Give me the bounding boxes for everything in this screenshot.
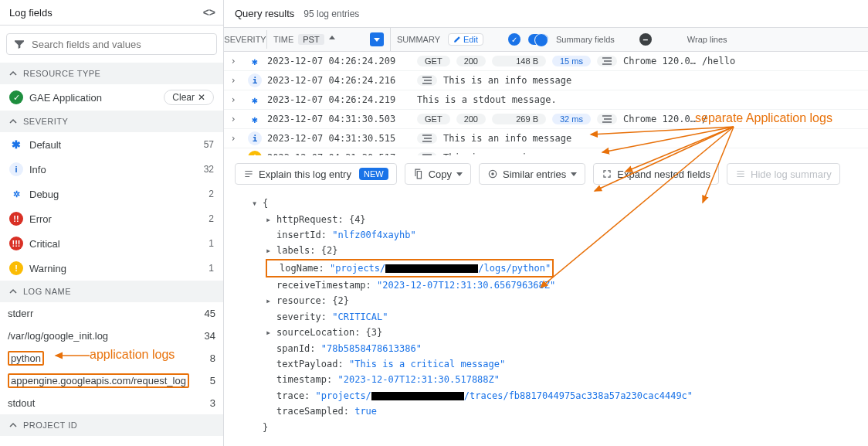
json-sourceLocation[interactable]: sourceLocation: {3} [276, 327, 382, 338]
json-traceSampled[interactable]: true [354, 406, 377, 417]
timestamp: 2023-12-07 04:31:30.515 [267, 129, 414, 148]
severity-row-debug[interactable]: ✲Debug2 [0, 182, 223, 206]
col-severity[interactable]: SEVERITY [224, 30, 267, 49]
latency-pill: 32 ms [552, 114, 591, 124]
redacted [385, 264, 478, 273]
logname-row[interactable]: appengine.googleapis.com/request_log5 [0, 369, 223, 392]
severity-count: 2 [209, 213, 214, 224]
severity-row-error[interactable]: !!Error2 [0, 206, 223, 231]
logname-row[interactable]: stdout3 [0, 392, 223, 414]
sort-up-icon[interactable] [329, 36, 335, 43]
log-row[interactable]: ›✱2023-12-07 04:26:24.209GET 200 148 B 1… [224, 52, 868, 71]
size-pill: 148 B [492, 56, 546, 66]
log-row[interactable]: ›✱2023-12-07 04:26:24.219This is a stdou… [224, 90, 868, 110]
edit-button[interactable]: Edit [448, 33, 483, 46]
expand-icon[interactable]: › [230, 133, 236, 144]
target-icon [487, 169, 498, 179]
json-labels[interactable]: labels: {2} [276, 245, 337, 256]
expand-icon[interactable]: › [230, 114, 236, 124]
sidebar-title: Log fields [9, 7, 53, 19]
json-timestamp[interactable]: "2023-12-07T12:31:30.517888Z" [337, 374, 500, 385]
search-input-wrapper[interactable] [6, 33, 217, 55]
severity-icon: ✱ [248, 112, 262, 126]
lines-icon [417, 75, 437, 86]
resource-type-chip-row: ✓ GAE Application Clear ✕ [0, 84, 223, 111]
json-insertId[interactable]: "nlfz00f4xayhb" [332, 230, 415, 240]
clear-button[interactable]: Clear ✕ [164, 90, 214, 105]
json-trace[interactable]: /traces/fb8817044975ac338a57a230cac4449c… [464, 390, 693, 401]
summary-fields-toggle[interactable] [528, 34, 548, 45]
severity-count: 1 [209, 263, 214, 274]
copy-icon [413, 169, 424, 179]
column-headers: SEVERITY TIME PST SUMMARY Edit ✓ Summary… [224, 28, 868, 52]
section-log-name[interactable]: LOG NAME [0, 281, 223, 302]
logname-count: 34 [205, 330, 215, 342]
new-badge: NEW [359, 168, 388, 180]
logname-count: 5 [210, 375, 215, 386]
json-logName[interactable]: /logs/python" [478, 263, 551, 274]
timestamp: 2023-12-07 04:26:24.209 [267, 52, 414, 70]
search-input[interactable] [32, 39, 210, 50]
section-severity[interactable]: SEVERITY [0, 111, 223, 132]
path: / [702, 114, 707, 124]
timezone-pill[interactable]: PST [298, 34, 324, 45]
summary-fields-label: Summary fields [556, 35, 615, 44]
summary-fields-check: ✓ [508, 33, 520, 46]
logname-row[interactable]: stderr45 [0, 302, 223, 325]
severity-label: Default [29, 139, 61, 151]
expand-icon[interactable]: › [230, 75, 236, 86]
copy-button[interactable]: Copy [405, 163, 471, 185]
status-pill: 200 [456, 56, 486, 66]
section-resource-type[interactable]: RESOURCE TYPE [0, 63, 223, 84]
severity-label: Debug [29, 189, 59, 200]
log-row[interactable]: ›i2023-12-07 04:31:30.515 This is an inf… [224, 129, 868, 148]
hide-summary-button[interactable]: Hide log summary [727, 163, 840, 185]
col-time[interactable]: TIME PST [267, 28, 391, 51]
chevron-up-icon [9, 288, 17, 295]
json-receiveTimestamp[interactable]: "2023-12-07T12:31:30.656796368Z" [377, 280, 555, 291]
section-project-id[interactable]: PROJECT ID [0, 414, 223, 436]
agent: Chrome 120.0… [623, 56, 696, 66]
logname-row[interactable]: /var/log/google_init.log34 [0, 325, 223, 347]
json-spanId[interactable]: "78b5858478613386" [321, 343, 422, 354]
explain-button[interactable]: Explain this log entry NEW [235, 163, 397, 185]
severity-row-warning[interactable]: !Warning1 [0, 256, 223, 281]
log-row[interactable]: ›i2023-12-07 04:26:24.216 This is an inf… [224, 71, 868, 90]
sort-down-button[interactable] [370, 32, 384, 46]
detail-action-bar: Explain this log entry NEW Copy Similar … [224, 155, 868, 192]
code-icon[interactable]: < > [203, 6, 214, 19]
severity-row-critical[interactable]: !!!Critical1 [0, 231, 223, 256]
severity-label: Warning [29, 263, 66, 274]
svg-point-1 [491, 172, 494, 175]
severity-row-default[interactable]: ✱Default57 [0, 132, 223, 157]
expand-icon[interactable]: › [230, 56, 236, 66]
severity-count: 57 [204, 139, 214, 150]
col-summary: SUMMARY [397, 35, 440, 44]
log-row[interactable]: ›!2023-12-07 04:31:30.517 This is a warn… [224, 148, 868, 155]
logname-count: 8 [210, 352, 215, 364]
json-httpRequest[interactable]: httpRequest: {4} [276, 214, 366, 225]
expand-button[interactable]: Expand nested fields [593, 163, 719, 185]
lines-icon [417, 133, 437, 144]
agent: Chrome 120.0… [623, 114, 696, 124]
json-resource[interactable]: resource: {2} [276, 295, 349, 306]
similar-button[interactable]: Similar entries [479, 163, 585, 185]
log-fields-sidebar: Log fields < > RESOURCE TYPE ✓ GAE Appli… [0, 0, 224, 446]
timestamp: 2023-12-07 04:26:24.216 [267, 71, 414, 90]
filter-icon [13, 38, 25, 50]
severity-row-info[interactable]: iInfo32 [0, 157, 223, 182]
severity-default-icon: ✱ [9, 138, 23, 152]
path: /hello [702, 56, 735, 66]
severity-critical-icon: !!! [9, 237, 23, 250]
list-icon [243, 169, 254, 179]
expand-icon[interactable]: › [230, 94, 236, 105]
json-severity[interactable]: "CRITICAL" [332, 312, 388, 322]
log-row[interactable]: ›✱2023-12-07 04:31:30.503GET 200 269 B 3… [224, 110, 868, 129]
timestamp: 2023-12-07 04:26:24.219 [267, 90, 414, 109]
logname-count: 45 [205, 308, 215, 319]
json-textPayload[interactable]: "This is a critical message" [349, 359, 505, 369]
wrap-lines-knob: – [639, 33, 652, 46]
latency-pill: 15 ms [552, 56, 591, 66]
severity-error-icon: !! [9, 212, 23, 226]
logname-row[interactable]: python8 [0, 347, 223, 369]
